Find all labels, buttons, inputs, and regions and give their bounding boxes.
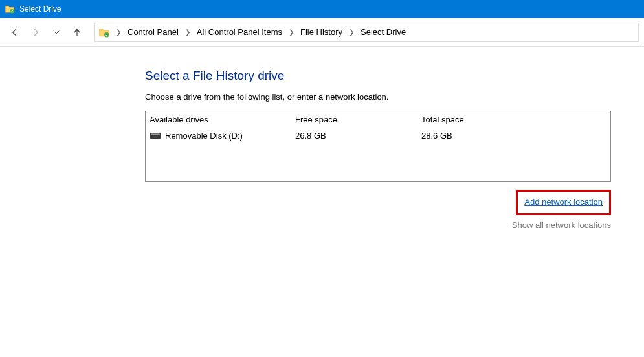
chevron-right-icon[interactable]: ❯ xyxy=(345,29,358,36)
content-area: Select a File History drive Choose a dri… xyxy=(0,47,644,233)
breadcrumb[interactable]: ❯ Control Panel ❯ All Control Panel Item… xyxy=(94,23,639,42)
folder-icon xyxy=(4,3,16,15)
crumb-select-drive[interactable]: Select Drive xyxy=(358,26,408,38)
svg-rect-2 xyxy=(150,133,161,139)
recent-locations-button[interactable] xyxy=(47,23,66,42)
col-header-drives[interactable]: Available drives xyxy=(150,115,295,124)
drive-name: Removable Disk (D:) xyxy=(165,131,243,141)
control-panel-icon xyxy=(98,26,111,39)
drive-free-space: 26.8 GB xyxy=(295,131,421,141)
add-network-location-highlight: Add network location xyxy=(516,190,611,215)
nav-up-button[interactable] xyxy=(67,23,87,42)
chevron-right-icon[interactable]: ❯ xyxy=(181,29,194,36)
col-header-total[interactable]: Total space xyxy=(421,115,538,124)
page-subtext: Choose a drive from the following list, … xyxy=(145,92,605,102)
chevron-right-icon[interactable]: ❯ xyxy=(112,29,125,36)
drive-list: Available drives Free space Total space … xyxy=(145,111,611,182)
show-all-network-locations-link[interactable]: Show all network locations xyxy=(145,218,611,234)
title-bar: Select Drive xyxy=(0,0,644,18)
drive-list-header: Available drives Free space Total space xyxy=(146,111,610,128)
nav-bar: ❯ Control Panel ❯ All Control Panel Item… xyxy=(0,18,644,47)
drive-total-space: 28.6 GB xyxy=(421,131,538,141)
page-title: Select a File History drive xyxy=(145,69,605,83)
crumb-all-items[interactable]: All Control Panel Items xyxy=(194,26,285,38)
svg-rect-3 xyxy=(151,134,160,135)
links-panel: Add network location Show all network lo… xyxy=(145,190,611,233)
add-network-location-link[interactable]: Add network location xyxy=(524,197,603,207)
crumb-control-panel[interactable]: Control Panel xyxy=(125,26,181,38)
nav-back-button[interactable] xyxy=(5,23,25,42)
drive-row[interactable]: Removable Disk (D:) 26.8 GB 28.6 GB xyxy=(146,128,610,144)
nav-forward-button[interactable] xyxy=(26,23,45,42)
chevron-right-icon[interactable]: ❯ xyxy=(285,29,298,36)
col-header-free[interactable]: Free space xyxy=(295,115,421,124)
window-title: Select Drive xyxy=(19,5,61,14)
crumb-file-history[interactable]: File History xyxy=(298,26,345,38)
removable-drive-icon xyxy=(150,132,161,140)
